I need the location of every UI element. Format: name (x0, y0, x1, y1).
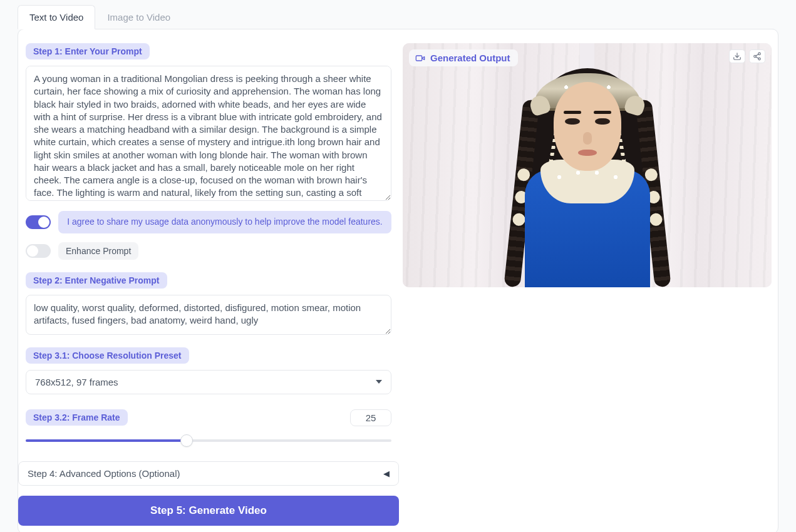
enhance-prompt-toggle[interactable] (26, 244, 51, 258)
step1-label: Step 1: Enter Your Prompt (26, 43, 150, 59)
share-icon (753, 52, 762, 61)
generate-video-button[interactable]: Step 5: Generate Video (18, 496, 399, 526)
output-image (403, 43, 772, 287)
step3-2-label: Step 3.2: Frame Rate (26, 409, 128, 426)
generated-output-preview: Generated Output (403, 43, 772, 287)
output-label-text: Generated Output (430, 53, 510, 63)
step4-label: Step 4: Advanced Options (Optional) (28, 468, 180, 479)
svg-line-6 (756, 54, 758, 56)
tab-text-to-video[interactable]: Text to Video (18, 5, 95, 29)
step3-1-label: Step 3.1: Choose Resolution Preset (26, 347, 189, 364)
main-panel: Step 1: Enter Your Prompt I agree to sha… (18, 29, 778, 532)
tab-bar: Text to Video Image to Video (18, 5, 778, 29)
share-data-label: I agree to share my usage data anonymous… (58, 211, 391, 233)
prompt-input[interactable] (26, 66, 391, 201)
framerate-slider[interactable] (26, 435, 391, 446)
collapse-icon: ◀ (383, 469, 390, 478)
tab-image-to-video[interactable]: Image to Video (95, 5, 182, 29)
step2-label: Step 2: Enter Negative Prompt (26, 272, 167, 289)
download-icon (733, 52, 742, 61)
advanced-options-accordion[interactable]: Step 4: Advanced Options (Optional) ◀ (18, 461, 399, 486)
output-label-badge: Generated Output (409, 49, 518, 66)
enhance-prompt-label: Enhance Prompt (58, 242, 138, 260)
framerate-input[interactable] (350, 409, 391, 426)
controls-column: Step 1: Enter Your Prompt I agree to sha… (24, 43, 393, 526)
video-icon (415, 53, 425, 63)
negative-prompt-input[interactable] (26, 295, 391, 335)
resolution-selected-value: 768x512, 97 frames (35, 377, 118, 387)
svg-line-5 (756, 57, 758, 58)
chevron-down-icon (376, 380, 382, 384)
share-button[interactable] (749, 49, 765, 63)
svg-rect-0 (416, 56, 421, 61)
output-column: Generated Output (403, 43, 772, 526)
download-button[interactable] (729, 49, 745, 63)
resolution-select[interactable]: 768x512, 97 frames (26, 370, 391, 394)
share-data-toggle[interactable] (26, 215, 51, 229)
